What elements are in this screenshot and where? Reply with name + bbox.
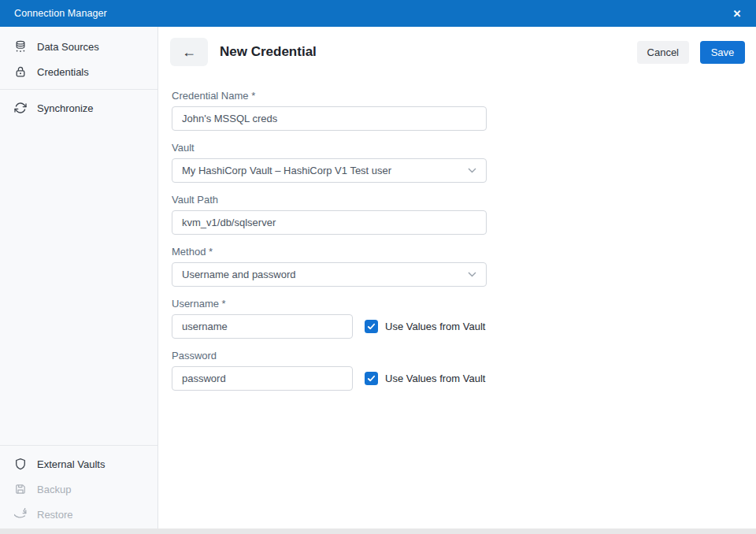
sidebar-divider (0, 445, 158, 446)
back-button[interactable]: ← (170, 38, 208, 66)
method-label: Method * (172, 246, 745, 258)
sidebar-item-label: Data Sources (37, 41, 99, 53)
vault-select-value: My HashiCorp Vault – HashiCorp V1 Test u… (182, 165, 391, 176)
sidebar-item-restore: Restore (0, 502, 158, 527)
method-field: Method * Username and password (172, 246, 745, 287)
main-content: ← New Credential Cancel Save Credential … (158, 27, 756, 528)
chevron-down-icon (468, 272, 476, 277)
credential-name-input[interactable] (172, 106, 487, 131)
sidebar-item-label: Restore (37, 509, 73, 521)
lock-icon (14, 65, 27, 78)
sidebar-item-data-sources[interactable]: Data Sources (0, 34, 158, 59)
window-title: Connection Manager (14, 8, 107, 19)
header-actions: Cancel Save (637, 41, 745, 64)
credential-name-label: Credential Name * (172, 90, 745, 102)
close-icon: ✕ (733, 8, 742, 20)
save-button[interactable]: Save (700, 41, 745, 64)
vault-label: Vault (172, 142, 745, 154)
page-header: ← New Credential Cancel Save (170, 38, 745, 66)
sidebar-item-label: External Vaults (37, 458, 105, 470)
cancel-button[interactable]: Cancel (637, 41, 689, 64)
password-input[interactable] (172, 366, 353, 391)
sync-icon (14, 102, 27, 114)
username-label: Username * (172, 298, 745, 310)
vault-path-field: Vault Path (172, 194, 745, 235)
username-input[interactable] (172, 314, 353, 339)
shield-icon (14, 458, 27, 470)
username-use-vault-checkbox[interactable]: Use Values from Vault (365, 320, 485, 333)
sidebar-item-backup: Backup (0, 477, 158, 502)
sidebar-item-credentials[interactable]: Credentials (0, 59, 158, 84)
sidebar-spacer (0, 121, 158, 440)
window-bottom-edge (0, 528, 756, 534)
sidebar-item-label: Credentials (37, 66, 89, 78)
vault-field: Vault My HashiCorp Vault – HashiCorp V1 … (172, 142, 745, 183)
method-select-value: Username and password (182, 269, 296, 280)
connection-manager-window: Connection Manager ✕ Data Source (0, 0, 756, 534)
sidebar-divider (0, 89, 158, 90)
vault-select[interactable]: My HashiCorp Vault – HashiCorp V1 Test u… (172, 158, 487, 183)
restore-icon (14, 508, 27, 521)
use-values-from-vault-label: Use Values from Vault (385, 321, 485, 332)
back-arrow-icon: ← (182, 44, 196, 60)
close-button[interactable]: ✕ (718, 0, 756, 27)
chevron-down-icon (468, 168, 476, 173)
sidebar-item-label: Backup (37, 484, 71, 495)
database-icon (14, 40, 27, 53)
save-disk-icon (14, 483, 27, 495)
page-title: New Credential (220, 44, 317, 60)
method-select[interactable]: Username and password (172, 262, 487, 287)
sidebar: Data Sources Credentials (0, 27, 158, 528)
vault-path-label: Vault Path (172, 194, 745, 206)
vault-path-input[interactable] (172, 210, 487, 235)
password-field: Password Use Values from Vault (172, 350, 745, 391)
sidebar-item-external-vaults[interactable]: External Vaults (0, 451, 158, 477)
titlebar: Connection Manager ✕ (0, 0, 756, 27)
checkbox-checked-icon (365, 320, 378, 333)
password-label: Password (172, 350, 745, 362)
checkbox-checked-icon (365, 372, 378, 385)
credential-name-field: Credential Name * (172, 90, 745, 131)
use-values-from-vault-label: Use Values from Vault (385, 373, 485, 384)
new-credential-form: Credential Name * Vault My HashiCorp Vau… (172, 90, 745, 391)
username-field: Username * Use Values from Vault (172, 298, 745, 339)
sidebar-item-synchronize[interactable]: Synchronize (0, 95, 158, 121)
password-use-vault-checkbox[interactable]: Use Values from Vault (365, 372, 485, 385)
sidebar-item-label: Synchronize (37, 102, 94, 114)
